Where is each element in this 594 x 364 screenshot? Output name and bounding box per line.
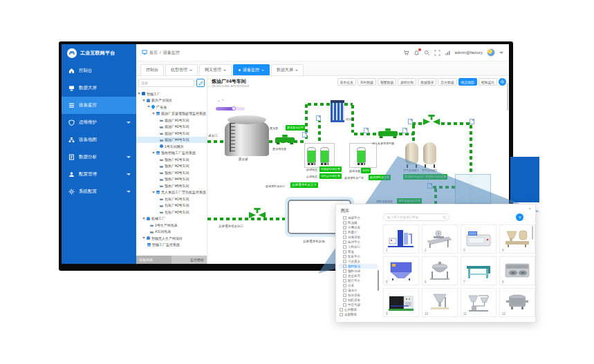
sidebar-item-data-analysis[interactable]: 数据分析 [62,149,136,166]
device-list-button[interactable]: 设备列表 [136,256,171,264]
expander-icon[interactable] [142,237,145,239]
username[interactable]: admin@factory [455,50,483,55]
hp-pump[interactable] [377,128,399,139]
datapoint-icon[interactable] [470,119,474,124]
gallery-category[interactable]: 集装平台 [339,254,378,259]
user-menu-caret-icon[interactable] [499,52,503,54]
expander-icon[interactable] [142,218,145,220]
expander-icon[interactable] [147,106,150,108]
tab-model-mgmt[interactable]: 机型管理 [165,64,198,75]
datapoint-icon[interactable] [364,128,369,133]
raw-water-tank[interactable] [225,119,269,156]
sidebar-item-device-monitor[interactable]: 设备监控 [62,97,136,114]
video-monitor-button[interactable]: 视频监控 [479,78,497,86]
tab-device-monitor[interactable]: 设备监控 [233,64,270,75]
gallery-category[interactable]: 制冷设备 [339,293,378,298]
gallery-category[interactable]: 入料接口 [339,245,378,249]
gallery-category[interactable]: 制药设备 [339,298,378,303]
datapoint-icon[interactable] [427,183,432,189]
datapoint-icon[interactable] [302,132,307,137]
gallery-item[interactable]: 11 [461,288,496,317]
realtime-data-button[interactable]: 实时数据 [358,78,376,86]
gallery-category[interactable]: 清洗台 [339,288,378,293]
gallery-item[interactable]: 3 [461,224,496,253]
gallery-category[interactable]: 常用仪表 [339,225,378,230]
gallery-root-category[interactable]: 大屏图库 [339,312,378,317]
tree-search-input[interactable] [138,79,194,87]
tree-node[interactable]: 炼油厂#1号车间 [136,117,207,124]
gallery-category-selected[interactable]: 物料输送 [339,264,378,269]
gallery-category[interactable]: 热交换器 [339,274,378,278]
sidebar-item-system-config[interactable]: 系统配置 [62,183,136,200]
gallery-item[interactable]: 6 [422,256,458,285]
gallery-item[interactable]: 5 [383,256,419,285]
expander-icon[interactable] [152,152,155,154]
gallery-item[interactable]: 10 [422,288,458,317]
expander-icon[interactable] [142,99,145,102]
cart-icon[interactable] [403,50,409,56]
tree-node[interactable]: 炼油厂反渗透预处理监控系统 [136,111,207,117]
tree-node[interactable]: 广东省 [136,104,207,111]
datapoint-icon[interactable] [408,119,413,124]
signal-icon[interactable] [445,50,451,56]
tree-node[interactable]: 包装厂#2号车间 [136,202,207,209]
gallery-item[interactable]: 4 [499,224,535,253]
booster-pump[interactable] [274,134,296,145]
fullscreen-icon[interactable] [434,50,440,56]
progress-bar[interactable] [216,107,245,111]
tree-node[interactable]: 预热厂#5号车间 [136,182,207,189]
gallery-category[interactable]: 储罐平台 [339,215,378,220]
tree-node[interactable]: 预热厂#3号车间 [136,169,207,176]
tab-console[interactable]: 控制台 [140,64,164,75]
tree-node[interactable]: 包装厂#1号车间 [136,195,207,202]
search-icon[interactable] [424,50,430,56]
tree-node[interactable]: A车间电表 [136,229,207,236]
tree-node[interactable]: 预热厂#2号车间 [136,163,207,170]
tree-node[interactable]: 1号生产线电表 [136,222,207,229]
gallery-category[interactable]: 污水原水 [339,259,378,264]
top-valve[interactable] [422,114,441,126]
category-scrollbar[interactable] [378,270,379,291]
tree-edit-button[interactable] [196,79,205,87]
gallery-category[interactable]: 空压气罐 [339,303,378,307]
tree-node[interactable]: 智能工厂监控系统 [136,242,207,249]
history-data-button[interactable]: 历史数据 [438,78,456,86]
tree-node[interactable]: 智能工厂 [136,90,207,97]
gallery-root-category[interactable]: 公共图库 [339,307,378,312]
tree-node[interactable]: 无人食品工厂空包机监控系统 [136,189,207,196]
scada-screen-button[interactable]: 组态画面 [458,78,477,86]
tab-data-screen[interactable]: 数据大屏 [271,64,304,75]
expander-icon[interactable] [152,191,155,193]
sidebar-item-console[interactable]: 控制台 [62,62,136,79]
datapoint-icon[interactable] [402,128,407,133]
bell-icon[interactable] [414,50,420,56]
expander-icon[interactable] [152,113,155,115]
canvas-scrollbar[interactable] [507,83,508,111]
basic-info-button[interactable]: 基本信息 [337,78,356,86]
tree-node[interactable]: 预热智能工厂监控系统 [136,150,207,157]
air-tank-2[interactable] [423,142,436,164]
gallery-item[interactable]: 7 [461,256,496,285]
tree-node[interactable]: 预热厂#4号车间 [136,176,207,183]
gallery-item[interactable]: 1 [383,224,419,253]
datapoint-icon[interactable] [316,115,321,121]
gallery-category[interactable]: 医疗平台 [339,278,378,283]
tree-node[interactable]: 包装厂#3号车间 [136,209,207,215]
tree-node[interactable]: 机械工厂 [136,215,207,222]
air-tank-1[interactable] [405,142,418,164]
gallery-item[interactable]: 9 [383,288,419,317]
alarm-data-button[interactable]: 报警数据 [378,78,396,86]
gallery-scrollbar[interactable] [532,226,533,240]
gallery-item[interactable]: 2 [422,224,458,253]
breadcrumb-home[interactable]: 首页 [149,50,158,56]
expander-icon[interactable] [138,93,140,95]
sidebar-item-device-map[interactable]: 设备地图 [62,131,136,149]
close-icon[interactable]: × [528,207,531,211]
avatar[interactable] [487,48,495,57]
sand-filter[interactable] [307,147,316,163]
gallery-search-input[interactable] [383,213,449,221]
gallery-item[interactable]: 8 [499,256,535,285]
gallery-category[interactable]: 仪表 [339,283,378,288]
sidebar-item-config-mgmt[interactable]: 配置管理 [62,166,136,183]
tree-node[interactable]: 炼油厂#3号车间 [136,130,207,137]
